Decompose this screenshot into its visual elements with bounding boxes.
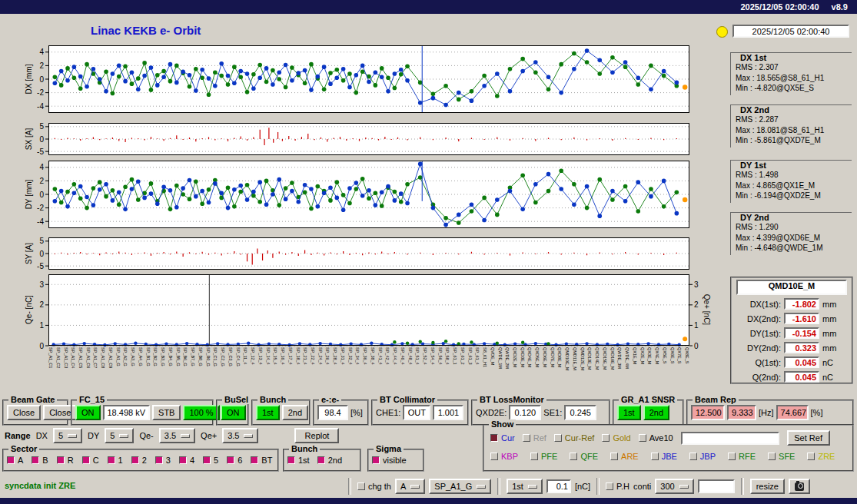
show-toggle-Ref[interactable]: Ref (523, 433, 546, 443)
svg-text:2: 2 (39, 300, 44, 309)
group-label: Bunch (289, 444, 320, 453)
chg-th-toggle[interactable]: chg th (357, 482, 391, 491)
fc15-percent-button[interactable]: 100 % (183, 405, 219, 420)
fc15-stb-button[interactable]: STB (152, 405, 181, 420)
x-axis-label: QWDE_3M (617, 347, 622, 369)
x-axis-label: SP_41_4 (378, 347, 383, 365)
bunch2-group: Bunch 1st 2nd (283, 449, 361, 472)
threshold-input[interactable] (546, 479, 571, 493)
status-message: syncdata init ZRE (5, 481, 75, 490)
svg-text:1: 1 (39, 321, 44, 330)
range-dx-select[interactable]: 5 (53, 428, 82, 443)
bunch-group: Bunch 1st 2nd (251, 400, 311, 426)
range-qe-plus-select[interactable]: 3.5 (222, 428, 258, 443)
show-toggle-QFE[interactable]: QFE (570, 452, 598, 461)
checkbox (287, 456, 295, 464)
svg-text:-2: -2 (37, 204, 44, 212)
stat-box-dx-2nd: DX 2nd RMS : 2.287 Max : 18.081@S8_61_H1… (730, 104, 852, 148)
sector-toggle-4[interactable]: 4 (179, 456, 194, 465)
gr-snsr-1st-button[interactable]: 1st (617, 405, 641, 420)
range-dy-label: DY (88, 431, 99, 440)
dropdown-bar-icon (119, 434, 128, 438)
bunch-1st-button[interactable]: 1st (256, 405, 280, 420)
sector-toggle-BT[interactable]: BT (251, 456, 272, 465)
sector-toggle-R[interactable]: R (57, 456, 74, 465)
monitor-select[interactable]: SP_A1_G (429, 479, 491, 494)
svg-text:5: 5 (39, 123, 44, 131)
x-axis-label: SP_A1_C1 (48, 347, 53, 368)
checkbox (728, 453, 736, 460)
bunch-2nd-toggle[interactable]: 2nd (317, 456, 342, 465)
range-dy-select[interactable]: 5 (105, 428, 134, 443)
sector-group: Sector ABRC123456BT (2, 449, 279, 472)
x-axis-label: SP_C4_G (236, 347, 241, 366)
svg-text:4: 4 (39, 48, 44, 56)
sector-toggle-5[interactable]: 5 (203, 456, 218, 465)
range-qe-minus-select[interactable]: 3.5 (159, 428, 195, 443)
stat-title: DX 2nd (737, 105, 772, 114)
mode-select[interactable]: A (395, 479, 425, 494)
stat-min: Min : -4.648@QWDE_1M (736, 243, 852, 254)
x-axis-label: SP_A1_C6 (86, 347, 91, 368)
sector-toggle-B[interactable]: B (32, 456, 48, 465)
bunch-2nd-button[interactable]: 2nd (282, 405, 308, 420)
show-toggle-RFE[interactable]: RFE (728, 452, 756, 461)
show-toggle-Ave10[interactable]: Ave10 (639, 433, 673, 443)
bunch-1st-toggle[interactable]: 1st (287, 456, 310, 465)
fc15-on-button[interactable]: ON (75, 405, 101, 420)
sector-toggle-C[interactable]: C (82, 456, 99, 465)
x-axis-label: SP_44_4 (393, 347, 397, 365)
show-toggle-Cur[interactable]: Cur (490, 433, 515, 443)
stat-min: Min : -4.820@QX5E_S (736, 83, 852, 94)
bottom-control-row: syncdata init ZRE chg th A SP_A1_G 1st [… (0, 476, 857, 496)
bunch-select[interactable]: 1st (507, 479, 543, 494)
stat-title: DY 1st (737, 161, 769, 170)
svg-text:-5: -5 (37, 262, 44, 270)
aux-input[interactable] (698, 479, 735, 493)
separator (497, 478, 500, 495)
x-axis-label: SP_A4_G (138, 347, 143, 366)
monitor-value: -0.154 (784, 327, 819, 339)
x-axis-label: QXD6E_M (543, 347, 547, 367)
beam-gate-close-button-1[interactable]: Close (7, 405, 41, 420)
busel-on-button[interactable]: ON (221, 405, 246, 420)
monitor-panel: QMD10E_M DX(1st): -1.802 mm DX(2nd): -1.… (730, 277, 853, 384)
show-toggle-JBE[interactable]: JBE (651, 452, 677, 461)
selected-value: 1st (512, 482, 523, 491)
interval-select[interactable]: 300 (655, 479, 693, 494)
sector-toggle-6[interactable]: 6 (227, 456, 242, 465)
group-label: BT LossMonitor (477, 395, 546, 404)
x-axis-label: QX8E_S (685, 347, 689, 363)
resize-button[interactable]: resize (750, 479, 785, 494)
sector-toggle-3[interactable]: 3 (155, 456, 171, 465)
x-axis-label: SP_A1_C9 (108, 347, 113, 368)
ref-file-input[interactable] (681, 432, 779, 445)
gr-snsr-2nd-button[interactable]: 2nd (643, 405, 669, 420)
monitor-unit: mm (822, 343, 836, 353)
sector-toggle-1[interactable]: 1 (108, 456, 123, 465)
x-axis-label: SP_A1_C8 (101, 347, 105, 368)
show-toggle-SFE[interactable]: SFE (768, 452, 795, 461)
show-toggle-JBP[interactable]: JBP (689, 452, 716, 461)
x-axis-label: QXD5E_M (535, 347, 540, 367)
svg-text:0: 0 (694, 342, 699, 350)
show-toggle-Cur-Ref[interactable]: Cur-Ref (554, 433, 595, 443)
checkbox-label: 6 (238, 456, 242, 465)
x-axis-label: QMD12E_M (580, 347, 585, 370)
set-ref-button[interactable]: Set Ref (787, 430, 830, 446)
group-label: Bunch (257, 395, 288, 404)
x-axis-label: SP_22_4 (311, 347, 315, 365)
sigma-visible-toggle[interactable]: visible (372, 456, 407, 465)
qe-minus-axis-title: Qe- [nC] (25, 287, 34, 333)
sector-toggle-2[interactable]: 2 (131, 456, 147, 465)
sector-toggle-A[interactable]: A (7, 456, 23, 465)
replot-button[interactable]: Replot (294, 428, 339, 443)
show-toggle-Gold[interactable]: Gold (602, 433, 630, 443)
show-toggle-PFE[interactable]: PFE (530, 452, 557, 461)
camera-button[interactable] (789, 479, 810, 494)
ph-toggle[interactable]: P.H (606, 482, 629, 491)
show-toggle-ARE[interactable]: ARE (610, 452, 639, 461)
show-toggle-ZRE[interactable]: ZRE (807, 452, 835, 461)
monitor-value: -1.802 (784, 298, 819, 310)
show-toggle-KBP[interactable]: KBP (490, 452, 518, 461)
